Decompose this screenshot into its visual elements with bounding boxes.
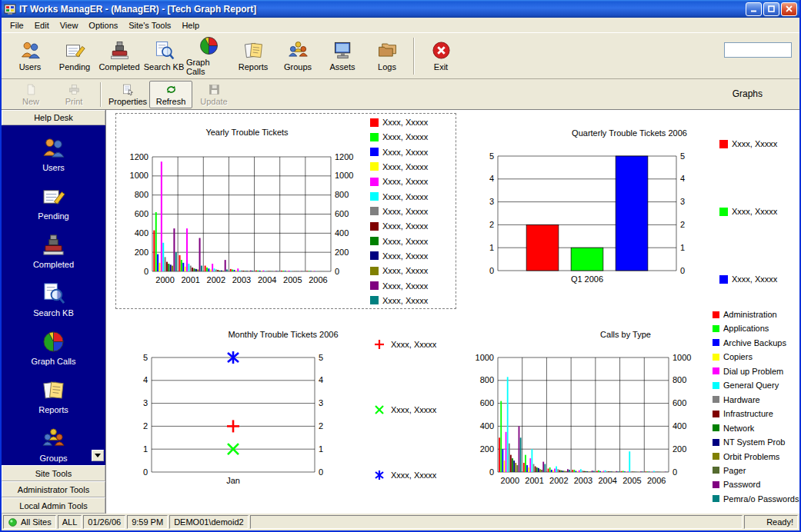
svg-text:400: 400 <box>480 421 494 431</box>
svg-text:2004: 2004 <box>258 275 276 284</box>
svg-text:1000: 1000 <box>673 353 691 362</box>
quarterly-chart-legend: Xxxx, XxxxxXxxx, XxxxxXxxx, Xxxxx <box>719 139 799 284</box>
menu-sites-tools[interactable]: Site's Tools <box>123 19 176 32</box>
pending-button-label: Pending <box>59 62 90 71</box>
sidebar-item-search-kb[interactable]: Search KB <box>2 275 105 324</box>
menu-view[interactable]: View <box>55 19 84 32</box>
reports-button-label: Reports <box>239 62 269 71</box>
sidebar-item-graph-calls[interactable]: Graph Calls <box>2 324 105 372</box>
local-admin-tools-button[interactable]: Local Admin Tools <box>2 497 105 514</box>
svg-text:1: 1 <box>319 444 323 454</box>
print-button-label: Print <box>65 97 83 106</box>
svg-text:2004: 2004 <box>598 476 616 485</box>
minimize-button[interactable] <box>746 2 762 16</box>
svg-text:2002: 2002 <box>207 275 225 284</box>
svg-text:2: 2 <box>489 220 494 229</box>
svg-text:Jan: Jan <box>226 476 240 485</box>
reports-button[interactable]: Reports <box>231 35 275 77</box>
administrator-tools-button[interactable]: Administrator Tools <box>2 481 105 497</box>
new-button-label: New <box>22 97 39 106</box>
sidebar-item-label: Pending <box>38 211 68 221</box>
svg-text:2005: 2005 <box>283 275 302 284</box>
svg-text:0: 0 <box>489 467 494 477</box>
legend-item: Xxxx, Xxxxx <box>370 192 455 201</box>
sidebar-item-groups[interactable]: Groups <box>2 421 105 465</box>
menu-options[interactable]: Options <box>83 19 123 32</box>
svg-text:3: 3 <box>143 398 148 407</box>
svg-text:200: 200 <box>673 444 686 454</box>
legend-swatch <box>713 453 719 460</box>
legend-label: Applications <box>723 324 769 333</box>
menu-file[interactable]: File <box>5 19 29 32</box>
sidebar-scroll-down-button[interactable] <box>92 450 104 461</box>
legend-item: Hardware <box>713 395 799 404</box>
legend-swatch <box>713 396 719 403</box>
status-site-cell: All Sites <box>3 515 56 529</box>
graph-calls-button[interactable]: Graph Calls <box>186 35 231 77</box>
printer-icon <box>68 83 81 96</box>
groups-button[interactable]: Groups <box>275 35 320 77</box>
svg-text:2005: 2005 <box>622 476 641 485</box>
svg-text:0: 0 <box>319 467 323 477</box>
secondary-toolbar: New Print Properties Refresh Update Grap… <box>2 79 799 110</box>
legend-item: Xxxx, Xxxxx <box>370 221 455 231</box>
sidebar-item-users[interactable]: Users <box>2 130 105 178</box>
new-document-icon <box>25 83 38 96</box>
sidebar-item-pending[interactable]: Pending <box>2 178 105 227</box>
monthly-chart-legend: Xxxx, XxxxxXxxx, XxxxxXxxx, Xxxxx <box>372 339 464 480</box>
svg-text:5: 5 <box>319 353 323 362</box>
pending-icon <box>65 40 85 61</box>
legend-item: General Query <box>713 381 799 390</box>
update-button-label: Update <box>200 97 227 106</box>
users-button[interactable]: Users <box>8 35 52 77</box>
close-button[interactable] <box>781 2 797 16</box>
svg-text:0: 0 <box>489 266 494 275</box>
maximize-button[interactable] <box>763 2 779 16</box>
site-tools-button[interactable]: Site Tools <box>2 465 105 481</box>
search-input[interactable] <box>724 42 792 58</box>
main-toolbar: Users Pending Completed Search KB Graph … <box>2 33 799 79</box>
legend-label: Xxxx, Xxxxx <box>382 148 428 157</box>
x-marker-icon <box>372 404 387 415</box>
search-kb-button[interactable]: Search KB <box>142 35 186 77</box>
legend-swatch <box>713 382 719 389</box>
svg-text:1: 1 <box>680 243 685 252</box>
menu-help[interactable]: Help <box>176 19 205 32</box>
completed-icon <box>42 233 65 257</box>
yearly-trouble-tickets-chart: 0020020040040060060080080010001000120012… <box>118 151 365 293</box>
assets-button[interactable]: Assets <box>320 35 365 77</box>
svg-text:5: 5 <box>680 151 685 161</box>
svg-text:4: 4 <box>680 174 685 183</box>
exit-button[interactable]: Exit <box>419 35 463 77</box>
svg-text:1000: 1000 <box>335 171 353 180</box>
calls-by-type-legend: AdministrationApplicationsArchive Backup… <box>713 310 799 504</box>
minimize-icon <box>750 5 757 12</box>
properties-button-label: Properties <box>108 97 147 106</box>
legend-swatch <box>719 140 728 148</box>
refresh-button[interactable]: Refresh <box>149 81 192 108</box>
completed-button[interactable]: Completed <box>97 35 142 77</box>
legend-item: Xxxx, Xxxxx <box>719 274 799 284</box>
logs-button[interactable]: Logs <box>365 35 409 77</box>
menu-bar: File Edit View Options Site's Tools Help <box>2 18 799 33</box>
menu-edit[interactable]: Edit <box>29 19 55 32</box>
pending-button[interactable]: Pending <box>52 35 97 77</box>
legend-item: Xxxx, Xxxxx <box>372 339 464 350</box>
sidebar-items: Users Pending Completed Search KB Graph … <box>2 125 105 465</box>
sidebar-item-label: Graph Calls <box>31 357 75 366</box>
legend-item: Xxxx, Xxxxx <box>370 132 455 141</box>
status-date-cell: 01/26/06 <box>83 515 125 529</box>
properties-button[interactable]: Properties <box>106 81 149 108</box>
legend-label: Copiers <box>723 352 753 361</box>
svg-text:400: 400 <box>135 228 149 238</box>
legend-item: NT System Prob <box>713 437 799 447</box>
svg-text:2003: 2003 <box>574 476 592 485</box>
legend-label: Pemra/o Passwords <box>723 494 799 504</box>
sidebar-item-completed[interactable]: Completed <box>2 227 105 275</box>
legend-swatch <box>370 178 379 186</box>
print-button: Print <box>52 81 95 108</box>
users-icon <box>20 40 41 61</box>
legend-item: Copiers <box>713 352 799 361</box>
legend-item: Archive Backups <box>713 338 799 347</box>
sidebar-item-reports[interactable]: Reports <box>2 372 105 421</box>
